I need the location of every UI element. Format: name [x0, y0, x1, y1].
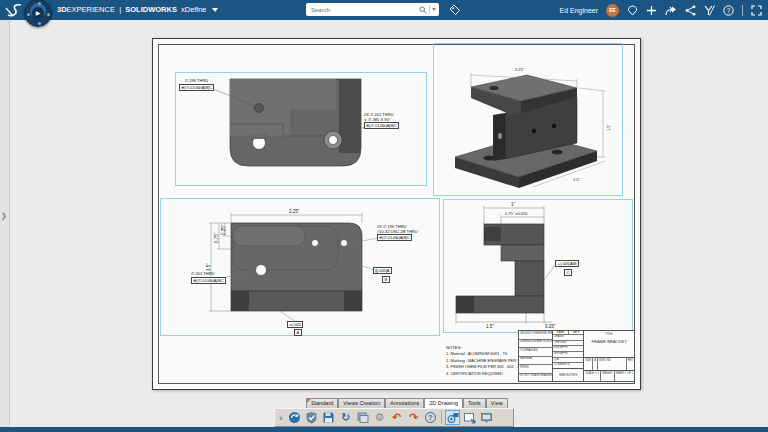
bottom-accent-strip [0, 427, 768, 432]
play-icon[interactable]: ▶ [32, 7, 44, 19]
title-block: UNLESS OTHERWISE SPECIFIED: DIMENSIONS A… [518, 330, 635, 382]
datum-b[interactable]: B [382, 276, 390, 283]
dimension[interactable]: 1.5" [206, 263, 211, 271]
share-arrow-icon[interactable] [665, 5, 677, 16]
user-name[interactable]: Ed Engineer [559, 7, 598, 14]
search-divider [429, 5, 430, 14]
display-settings-icon[interactable] [445, 410, 460, 425]
brand-experience: EXPERIENCE [67, 5, 115, 14]
dimension[interactable]: 0.25" [545, 324, 555, 329]
compass-widget[interactable]: ▶ [24, 0, 52, 27]
pin-icon[interactable] [627, 5, 638, 16]
dimension[interactable]: 0.75" [214, 233, 219, 243]
topbar-separator [742, 5, 743, 16]
fcf-parallelism[interactable]: ∥|.005|A [373, 267, 392, 274]
brand-app: xDefine [181, 5, 206, 14]
title-label: TITLE: [584, 333, 634, 336]
compass-east-icon[interactable] [47, 13, 50, 16]
note-line: 3. FINISH CHEM FILM PER 305 - 601 - x8 [446, 364, 528, 370]
tab-annotations[interactable]: Annotations [385, 398, 424, 408]
help-toolbar-icon[interactable]: ? [423, 410, 438, 425]
iso-view-part[interactable] [455, 75, 597, 188]
share-nodes-icon[interactable] [685, 5, 696, 16]
panel-expand-icon[interactable]: ❯ [1, 212, 7, 220]
top-bar: 3DEXPERIENCE | SOLIDWORKS xDefine Ed Eng… [0, 0, 768, 20]
title-block-signoff: NAMEDATE DRAWN CHECKED ENG APPR. MFG APP… [553, 331, 584, 381]
dimension[interactable]: 2.25" [515, 67, 524, 72]
dimension[interactable]: 1.5" [606, 124, 611, 131]
tab-2d-drawing[interactable]: 2D Drawing [424, 398, 463, 408]
tab-view[interactable]: View [486, 398, 508, 408]
title-block-tolerances: UNLESS OTHERWISE SPECIFIED: DIMENSIONS A… [519, 331, 553, 381]
toolbar-icon-bar: ∨ ↻ ⚙ ↶ ↷ ? [274, 408, 514, 427]
sheet-cell: SHEET 1 OF 1 [615, 371, 634, 381]
search-chevron-icon[interactable] [432, 8, 436, 11]
tab-notification-marker [307, 399, 311, 403]
tab-standard[interactable]: Standard [306, 398, 338, 408]
drawing-notes: NOTES: 1. Material : ALUMINUM 6061 - T6 … [446, 345, 528, 377]
avatar[interactable]: EE [606, 4, 619, 17]
dimension[interactable]: 2.25" [289, 209, 299, 214]
compass-south-icon[interactable] [38, 22, 41, 25]
scale-cell: SCALE: 1:1 [584, 371, 601, 381]
svg-text:?: ? [727, 6, 731, 13]
title-block-main: TITLE: FRAME BRACKET SIZE A DWG. NO. REV… [584, 331, 634, 381]
material-cell: SEE NOTES [553, 368, 583, 381]
dimension-callout[interactable]: 2X ∅.196 THRU #10-32 UNC-2B THRU ⊕|∅.014… [377, 225, 418, 241]
tab-views-creation[interactable]: Views Creation [338, 398, 385, 408]
undo-icon[interactable]: ↶ [389, 410, 404, 425]
refresh-icon[interactable]: ↻ [338, 410, 353, 425]
redo-icon[interactable]: ↷ [406, 410, 421, 425]
fcf-perpendicularity[interactable]: ⊥|.005|A|B [555, 260, 579, 267]
swym-icon[interactable] [704, 5, 715, 16]
add-icon[interactable] [646, 5, 657, 16]
brand-solidworks: SOLIDWORKS [125, 5, 177, 14]
3ds-logo-icon [5, 3, 23, 18]
monitor-icon[interactable] [479, 410, 494, 425]
dimension-callout[interactable]: ∅.196 THRU ⊕|∅.010Ⓜ|A|B|C [179, 79, 214, 91]
left-panel-collapsed: ❯ [0, 20, 10, 427]
dimension[interactable]: 1" [511, 202, 515, 207]
front-view-part[interactable] [231, 223, 362, 311]
maturity-shield-icon[interactable] [304, 410, 319, 425]
fullscreen-icon[interactable] [751, 5, 762, 16]
datum-a[interactable]: A [294, 329, 302, 336]
compass-west-icon[interactable] [27, 13, 30, 16]
dimension[interactable]: 1.5" [486, 324, 494, 329]
new-window-icon[interactable] [462, 410, 477, 425]
sheet-properties-icon[interactable] [355, 410, 370, 425]
tag-icon[interactable] [449, 4, 461, 16]
note-line: 4. CERTIFICATION REQUIRED [446, 371, 528, 377]
search-box[interactable] [306, 3, 439, 16]
app-window: 3DEXPERIENCE | SOLIDWORKS xDefine Ed Eng… [0, 0, 768, 432]
search-input[interactable] [309, 6, 419, 14]
toolbar-tabs: Standard Views Creation Annotations 2D D… [306, 398, 508, 408]
drawing-title: FRAME BRACKET [584, 339, 634, 344]
dimension-callout[interactable]: ∅.201 THRU ⊕|∅.010Ⓜ|A|B|C [191, 272, 226, 284]
chevron-down-icon[interactable] [212, 8, 218, 12]
settings-gear-icon[interactable]: ⚙ [372, 410, 387, 425]
dimension-callout[interactable]: 2X ∅.201 THRU ∨ ∅.385 X 90° ⊕|∅.014Ⓜ|A|B… [364, 113, 399, 129]
brand-sep: | [119, 5, 121, 14]
tab-tools[interactable]: Tools [463, 398, 486, 408]
top-view-part[interactable] [230, 79, 361, 166]
datum-c[interactable]: C [564, 269, 572, 276]
compass-north-icon[interactable] [38, 2, 41, 5]
weight-cell: WEIGHT: [601, 371, 615, 381]
lifecycle-icon[interactable] [287, 410, 302, 425]
drawing-sheet[interactable]: ∅.196 THRU ⊕|∅.010Ⓜ|A|B|C 2X ∅.201 THRU … [152, 38, 641, 390]
side-view-part[interactable] [456, 224, 544, 313]
dimension[interactable]: 1.5" [573, 177, 580, 182]
help-icon[interactable]: ? [723, 5, 734, 16]
dimension[interactable]: 0.25" [221, 225, 226, 235]
dimension[interactable]: 0.75" ±0.005 [505, 211, 528, 216]
search-icon[interactable] [419, 6, 427, 14]
fcf-flatness[interactable]: ▱|.005 [287, 321, 303, 328]
drawing-canvas[interactable]: ❯ [0, 20, 768, 427]
toolbar-overflow-chevron-icon[interactable]: ∨ [277, 414, 285, 421]
toolbar-separator [441, 411, 442, 424]
brand-3d: 3D [57, 5, 67, 14]
save-icon[interactable] [321, 410, 336, 425]
app-title[interactable]: 3DEXPERIENCE | SOLIDWORKS xDefine [57, 0, 218, 20]
